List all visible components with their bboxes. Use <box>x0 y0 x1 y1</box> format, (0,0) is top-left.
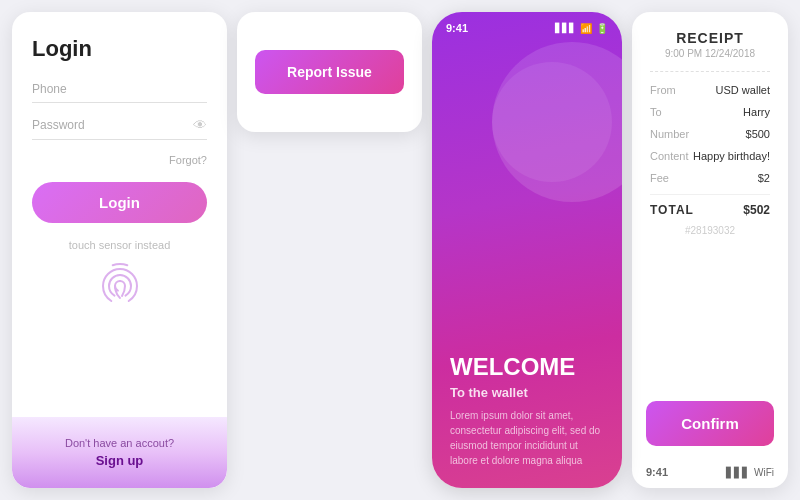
receipt-total-row: TOTAL $502 <box>650 194 770 217</box>
fee-label: Fee <box>650 172 669 184</box>
number-value: $500 <box>746 128 770 140</box>
receipt-content: RECEIPT 9:00 PM 12/24/2018 From USD wall… <box>632 12 788 401</box>
wifi-icon: 📶 <box>580 23 592 34</box>
total-value: $502 <box>743 203 770 217</box>
welcome-title: WELCOME <box>450 353 604 381</box>
fingerprint-icon[interactable] <box>32 261 207 313</box>
total-label: TOTAL <box>650 203 694 217</box>
status-bar: 9:41 ▋▋▋ 📶 🔋 <box>432 12 622 40</box>
forgot-text[interactable]: Forgot? <box>32 154 207 166</box>
receipt-wifi-icon: WiFi <box>754 467 774 478</box>
receipt-content-row: Content Happy birthday! <box>650 150 770 162</box>
to-value: Harry <box>743 106 770 118</box>
password-field[interactable]: Password 👁 <box>32 117 207 140</box>
login-button[interactable]: Login <box>32 182 207 223</box>
from-value: USD wallet <box>716 84 770 96</box>
login-title: Login <box>32 36 207 62</box>
report-card: Report Issue <box>237 12 422 132</box>
touch-sensor-text: touch sensor instead <box>32 239 207 251</box>
welcome-description: Lorem ipsum dolor sit amet, consectetur … <box>450 408 604 468</box>
no-account-text: Don't have an accout? <box>32 437 207 449</box>
status-icons: ▋▋▋ 📶 🔋 <box>555 23 608 34</box>
receipt-from-row: From USD wallet <box>650 84 770 96</box>
receipt-divider-top <box>650 71 770 72</box>
receipt-panel: RECEIPT 9:00 PM 12/24/2018 From USD wall… <box>632 12 788 488</box>
welcome-subtitle: To the wallet <box>450 385 604 400</box>
content-value: Happy birthday! <box>693 150 770 162</box>
login-panel: Login Phone Password 👁 Forgot? Login tou… <box>12 12 227 488</box>
report-issue-button[interactable]: Report Issue <box>255 50 404 94</box>
decoration-circle-2 <box>492 62 612 182</box>
login-bottom-section: Don't have an accout? Sign up <box>12 417 227 488</box>
from-label: From <box>650 84 676 96</box>
receipt-signal-icon: ▋▋▋ <box>726 467 750 478</box>
confirm-button[interactable]: Confirm <box>646 401 774 446</box>
fee-value: $2 <box>758 172 770 184</box>
report-panel: Report Issue <box>237 12 422 488</box>
to-label: To <box>650 106 662 118</box>
number-label: Number <box>650 128 689 140</box>
password-label: Password <box>32 118 85 132</box>
receipt-fee-row: Fee $2 <box>650 172 770 184</box>
receipt-status-time: 9:41 <box>646 466 668 478</box>
battery-icon: 🔋 <box>596 23 608 34</box>
signal-icon: ▋▋▋ <box>555 23 576 33</box>
receipt-number-row: Number $500 <box>650 128 770 140</box>
receipt-title: RECEIPT <box>650 30 770 46</box>
receipt-status-bar: 9:41 ▋▋▋ WiFi <box>632 460 788 488</box>
transaction-id: #28193032 <box>650 225 770 236</box>
phone-label: Phone <box>32 82 67 96</box>
receipt-to-row: To Harry <box>650 106 770 118</box>
eye-icon[interactable]: 👁 <box>193 117 207 133</box>
signup-link[interactable]: Sign up <box>32 453 207 468</box>
welcome-panel: 9:41 ▋▋▋ 📶 🔋 WELCOME To the wallet Lorem… <box>432 12 622 488</box>
receipt-status-icons: ▋▋▋ WiFi <box>726 467 774 478</box>
login-form-area: Login Phone Password 👁 Forgot? Login tou… <box>12 12 227 417</box>
receipt-date: 9:00 PM 12/24/2018 <box>650 48 770 59</box>
phone-field[interactable]: Phone <box>32 82 207 103</box>
content-label: Content <box>650 150 689 162</box>
status-time: 9:41 <box>446 22 468 34</box>
